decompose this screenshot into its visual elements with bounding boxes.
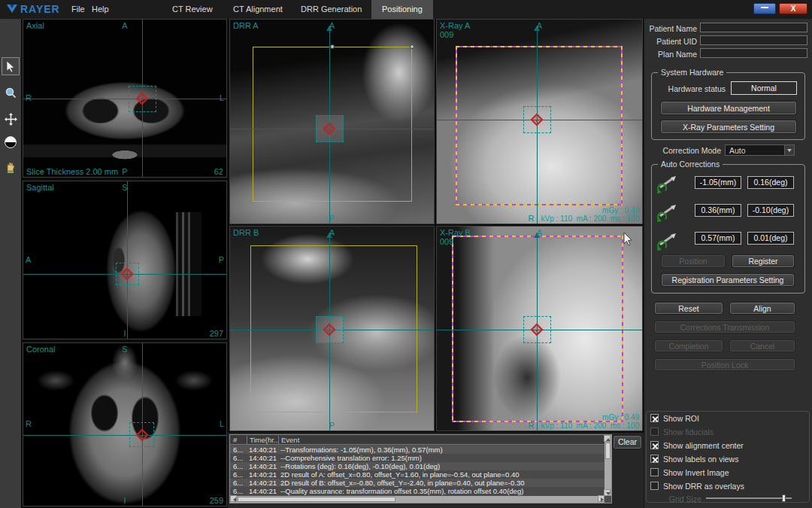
minimize-icon [761,7,768,8]
xray-a-view[interactable]: X-Ray A 009 A R mGy : 0.49kVp : 110 mA :… [436,19,643,224]
registration-parameters-setting-button[interactable]: Registration Parameters Setting [662,274,794,286]
tab-positioning[interactable]: Positioning [371,0,433,19]
xray-a-title: X-Ray A [440,21,470,30]
xray-b-roi-edge-right [622,236,623,422]
scroll-up-icon[interactable] [604,435,611,442]
patient-uid-label: Patient UID [647,37,697,46]
checkbox-label: Show alignment center [663,441,744,450]
coronal-view[interactable]: Coronal S R L I 259 [23,342,227,506]
log-horizontal-scrollbar[interactable] [230,496,604,503]
auto-corrections-legend: Auto Corrections [658,160,723,169]
drr-a-view[interactable]: DRR A A P [229,19,435,224]
scroll-right-icon[interactable] [598,495,604,502]
drr-b-orient-top: A [329,228,335,237]
event-log-table[interactable]: # Time(hr... Event 6...14:40:21--Transfo… [229,434,612,503]
corrections-transmission-button[interactable]: Corrections Transmission [655,321,795,333]
log-row[interactable]: 6...14:40:21--Rotations (deg): 0.16(deg)… [230,462,604,470]
log-vertical-scrollbar[interactable] [604,435,611,496]
grid-size-slider-handle[interactable] [782,494,786,502]
log-vscroll-thumb[interactable] [605,443,611,459]
axial-orient-right: L [220,93,224,102]
checkbox-icon[interactable] [650,441,659,449]
minimize-button[interactable] [753,3,776,14]
checkbox-icon[interactable] [650,414,659,422]
checkbox-label: Show ROI [663,414,699,423]
xray-b-view[interactable]: X-Ray B 009 A R mGy : 0.49kVp : 110 mA :… [436,226,643,431]
log-row[interactable]: 6...14:40:212D result of A: offset_x=0.8… [230,470,604,479]
clear-log-button[interactable]: Clear [614,436,641,449]
tab-ct-alignment[interactable]: CT Alignment [223,0,293,19]
zoom-tool-button[interactable] [2,84,20,102]
log-row-time: 14:40:21 [249,470,277,479]
log-row[interactable]: 6...14:40:21--Comprehensive translation … [230,454,604,462]
position-lock-button[interactable]: Position Lock [655,359,795,370]
tab-drr-generation[interactable]: DRR Generation [290,0,372,19]
completion-button[interactable]: Completion [655,340,723,351]
xray-b-exposure-stats: mGy : 0.49kVp : 110 mA : 200 ms : 100 [541,413,639,430]
close-button[interactable]: X [779,3,807,14]
show-drr-as-overlays-checkbox-row[interactable]: Show DRR as overlays [650,481,744,491]
checkbox-icon[interactable] [650,455,659,463]
axial-view[interactable]: Axial A R L P Slice Thickness 2.00 mm 62 [23,19,227,178]
reset-button[interactable]: Reset [655,303,723,314]
log-hscroll-thumb[interactable] [238,497,395,502]
pointer-tool-button[interactable] [2,57,20,75]
menu-file[interactable]: File [71,5,85,14]
checkbox-icon[interactable] [650,482,659,490]
align-button[interactable]: Align [730,303,795,314]
chevron-down-icon[interactable] [784,145,794,155]
patient-uid-field[interactable] [700,35,807,45]
system-hardware-legend: System Hardware [658,68,726,77]
correction-z-deg: 0.01(deg) [747,232,794,245]
axial-slice-thickness: Slice Thickness 2.00 mm [26,167,118,176]
coronal-slice-number: 259 [210,496,223,505]
xray-b-dose: mGy : 0.49 [602,413,639,421]
translation-rotation-x-icon [657,172,677,193]
sagittal-orient-bottom: I [123,329,126,338]
show-invert-image-checkbox-row[interactable]: Show Invert Image [650,467,729,477]
show-fiducials-checkbox-row[interactable]: Show fiducials [650,427,714,437]
scroll-down-icon[interactable] [604,489,611,496]
correction-mode-dropdown[interactable]: Auto [725,144,795,156]
coronal-orient-left: R [26,419,32,428]
log-row[interactable]: 6...14:40:21--Quality assurance: transfo… [230,487,604,495]
move-tool-button[interactable] [2,110,20,128]
correction-x-deg: 0.16(deg) [747,176,794,189]
plan-name-field[interactable] [700,48,807,58]
plan-name-label: Plan Name [647,50,697,59]
grid-size-slider[interactable] [706,494,795,502]
hardware-status-value: Normal [731,81,797,95]
sagittal-slice-number: 297 [210,329,223,338]
log-row[interactable]: 6...14:40:212D result of B: offset_x=-0.… [230,479,604,487]
log-row-event: --Rotations (deg): 0.16(deg), -0.10(deg)… [280,462,440,470]
patient-name-field[interactable] [700,23,807,32]
log-row-event: --Comprehensive translation error: 1.25(… [280,454,422,462]
hardware-management-button[interactable]: Hardware Management [661,102,796,114]
cancel-button[interactable]: Cancel [730,340,795,351]
scroll-left-icon[interactable] [230,495,237,502]
position-button[interactable]: Position [662,255,725,267]
window-level-tool-button[interactable] [2,133,20,151]
hand-icon [5,162,16,174]
menu-help[interactable]: Help [92,5,109,14]
log-row[interactable]: 6...14:40:21--Transformations: -1.05(mm)… [230,446,604,454]
checkbox-icon[interactable] [650,427,659,436]
xray-parameters-setting-button[interactable]: X-Ray Parameters Setting [661,120,796,133]
register-button[interactable]: Register [732,255,794,267]
xray-a-roi-edge-left [456,46,457,205]
show-labels-on-views-checkbox-row[interactable]: Show labels on views [650,454,738,464]
log-row-num: 6... [233,479,243,487]
grid-size-label: Grid Size [652,494,701,503]
checkbox-icon[interactable] [650,468,659,476]
drr-a-roi-handle-top[interactable] [330,44,335,49]
show-alignment-center-checkbox-row[interactable]: Show alignment center [650,440,744,450]
tab-ct-review[interactable]: CT Review [162,0,223,19]
system-hardware-group: System Hardware Hardware status Normal H… [651,72,805,140]
grab-tool-button[interactable] [2,159,20,177]
drr-b-view[interactable]: DRR B A P [229,226,435,431]
app-logo-text: RAYER [20,3,60,15]
sagittal-view[interactable]: Sagittal S A P I 297 [23,181,227,339]
drr-a-roi-handle-corner[interactable] [410,44,414,49]
drr-b-title: DRR B [233,228,259,237]
show-roi-checkbox-row[interactable]: Show ROI [650,413,699,423]
